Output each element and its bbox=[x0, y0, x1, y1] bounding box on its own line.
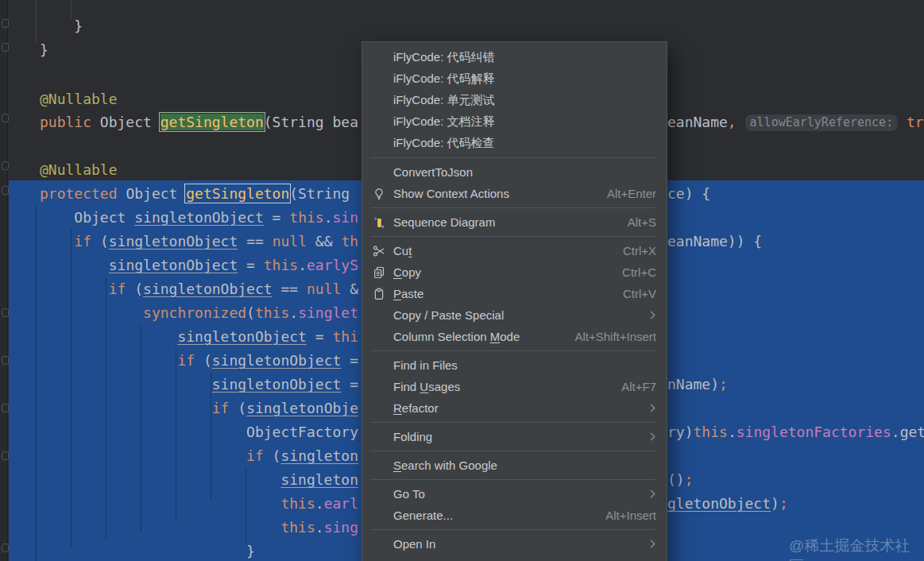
menu-item-find-in-files[interactable]: Find in Files bbox=[362, 354, 667, 376]
code-line: protected Object getSingleton(String bbox=[40, 182, 358, 206]
menu-item-go-to[interactable]: Go To bbox=[362, 483, 667, 505]
menu-icon-placeholder bbox=[373, 95, 390, 107]
menu-item-label: iFlyCode: 代码解释 bbox=[393, 72, 495, 87]
code-line-fragment: eanName, allowEarlyReference: true) bbox=[667, 110, 924, 134]
code-line-fragment: eanName)) { bbox=[667, 230, 762, 253]
menu-item-shortcut: Ctrl+X bbox=[623, 244, 656, 257]
menu-item-search-with-google[interactable]: Search with Google bbox=[362, 455, 667, 476]
gutter-fold-marker-icon bbox=[2, 308, 9, 317]
lightbulb-icon bbox=[373, 188, 390, 200]
submenu-arrow-icon bbox=[648, 311, 655, 319]
code-line: singletonObject = this.earlyS bbox=[40, 253, 358, 277]
code-line: if (singletonObject == null & bbox=[40, 277, 358, 301]
menu-item-label: Folding bbox=[393, 430, 432, 443]
menu-item-label: Find Usages bbox=[393, 380, 460, 393]
code-line: @Nullable bbox=[40, 158, 118, 182]
menu-item-paste[interactable]: PasteCtrl+V bbox=[362, 283, 667, 304]
menu-item-column-selection-mode[interactable]: Column Selection ModeAlt+Shift+Insert bbox=[362, 326, 667, 347]
menu-item-refactor[interactable]: Refactor bbox=[362, 397, 667, 419]
gutter-fold-marker-icon bbox=[2, 356, 9, 365]
menu-item-label: iFlyCode: 代码纠错 bbox=[393, 50, 495, 65]
paste-icon bbox=[373, 288, 390, 300]
menu-separator bbox=[370, 479, 655, 480]
menu-item-label: Cut bbox=[393, 244, 412, 257]
code-line-fragment: gletonObject); bbox=[667, 492, 788, 516]
code-line: if (singleton bbox=[40, 444, 358, 468]
menu-item-iflycode-doc[interactable]: iFlyCode: 文档注释 bbox=[362, 111, 667, 133]
gutter-fold-marker-icon bbox=[2, 404, 9, 412]
menu-item-label: Generate... bbox=[393, 509, 453, 522]
code-line: ObjectFactory bbox=[40, 420, 358, 444]
code-line: synchronized(this.singlet bbox=[40, 301, 358, 325]
menu-item-label: Refactor bbox=[393, 401, 439, 415]
gutter-fold-marker-icon bbox=[2, 43, 9, 52]
menu-icon-placeholder bbox=[373, 509, 390, 522]
menu-item-copy-paste-special[interactable]: Copy / Paste Special bbox=[362, 304, 667, 326]
code-line: public Object getSingleton(String bea bbox=[40, 110, 358, 134]
menu-item-shortcut: Alt+Insert bbox=[605, 509, 656, 522]
menu-item-iflycode-explain[interactable]: iFlyCode: 代码解释 bbox=[362, 68, 667, 90]
menu-item-copy[interactable]: CopyCtrl+C bbox=[362, 261, 667, 283]
code-line: singleton bbox=[40, 468, 358, 492]
code-line-fragment: ce) { bbox=[667, 182, 710, 206]
menu-item-label: iFlyCode: 代码检查 bbox=[393, 136, 495, 151]
menu-item-convert-to-json[interactable]: ConvertToJson bbox=[362, 161, 667, 183]
gutter-fold-marker-icon bbox=[2, 19, 9, 28]
menu-icon-placeholder bbox=[373, 488, 390, 501]
menu-item-iflycode-correct[interactable]: iFlyCode: 代码纠错 bbox=[362, 47, 667, 68]
code-line: } bbox=[40, 38, 48, 62]
code-line: if (singletonObject = bbox=[40, 349, 358, 373]
menu-separator bbox=[370, 350, 655, 351]
menu-icon-placeholder bbox=[373, 431, 390, 443]
menu-icon-placeholder bbox=[373, 137, 390, 150]
menu-item-find-usages[interactable]: Find UsagesAlt+F7 bbox=[362, 376, 667, 397]
code-line-fragment: nName); bbox=[667, 373, 728, 397]
menu-item-label: Paste bbox=[393, 287, 423, 300]
code-line: if (singletonObje bbox=[40, 397, 358, 420]
menu-separator bbox=[370, 236, 655, 237]
context-menu: iFlyCode: 代码纠错iFlyCode: 代码解释iFlyCode: 单元… bbox=[361, 41, 667, 561]
menu-item-label: Go To bbox=[393, 487, 425, 501]
code-line-fragment: ry)this.singletonFactories.get bbox=[667, 420, 924, 444]
menu-item-shortcut: Alt+F7 bbox=[621, 380, 656, 393]
menu-item-sequence-diagram[interactable]: Sequence DiagramAlt+S bbox=[362, 211, 667, 233]
menu-item-generate[interactable]: Generate...Alt+Insert bbox=[362, 505, 667, 526]
code-line: Object singletonObject = this.sin bbox=[40, 206, 358, 230]
menu-separator bbox=[370, 451, 655, 451]
gutter-fold-marker-icon bbox=[2, 451, 9, 460]
menu-item-cut[interactable]: CutCtrl+X bbox=[362, 240, 667, 261]
menu-separator bbox=[370, 529, 655, 530]
code-right[interactable]: eanName, allowEarlyReference: true)ce) {… bbox=[667, 0, 924, 561]
menu-icon-placeholder bbox=[373, 331, 390, 343]
code-left[interactable]: }}@Nullablepublic Object getSingleton(St… bbox=[0, 0, 362, 561]
ide-editor-screen: }}@Nullablepublic Object getSingleton(St… bbox=[0, 0, 924, 561]
code-line-fragment: (); bbox=[667, 468, 694, 492]
menu-item-shortcut: Ctrl+C bbox=[622, 265, 656, 279]
menu-item-folding[interactable]: Folding bbox=[362, 426, 667, 447]
menu-separator bbox=[370, 422, 655, 423]
watermark: @稀土掘金技术社区 bbox=[789, 536, 924, 561]
code-line: } bbox=[40, 540, 255, 561]
editor-gutter[interactable] bbox=[0, 0, 8, 561]
menu-item-label: Open In bbox=[393, 537, 435, 551]
menu-item-shortcut: Alt+Enter bbox=[607, 187, 656, 200]
menu-item-open-in[interactable]: Open In bbox=[362, 533, 667, 555]
menu-item-label: Column Selection Mode bbox=[393, 330, 520, 343]
menu-separator bbox=[370, 207, 655, 208]
gutter-fold-marker-icon bbox=[2, 544, 9, 552]
menu-item-label: Sequence Diagram bbox=[393, 215, 495, 229]
menu-item-label: Copy bbox=[393, 265, 421, 279]
menu-icon-placeholder bbox=[373, 166, 390, 179]
menu-item-iflycode-inspect[interactable]: iFlyCode: 代码检查 bbox=[362, 133, 667, 154]
gutter-fold-marker-icon bbox=[2, 114, 9, 122]
menu-item-show-context-actions[interactable]: Show Context ActionsAlt+Enter bbox=[362, 183, 667, 204]
menu-separator bbox=[370, 157, 655, 158]
code-line: if (singletonObject == null && th bbox=[40, 230, 358, 253]
sequence-diagram-icon bbox=[373, 216, 390, 229]
menu-item-iflycode-unittest[interactable]: iFlyCode: 单元测试 bbox=[362, 90, 667, 111]
code-line: singletonObject = thi bbox=[40, 325, 358, 349]
menu-item-label: Find in Files bbox=[393, 358, 458, 372]
menu-item-shortcut: Ctrl+V bbox=[623, 287, 656, 300]
menu-item-label: Search with Google bbox=[393, 458, 497, 472]
code-line: this.sing bbox=[40, 516, 358, 540]
